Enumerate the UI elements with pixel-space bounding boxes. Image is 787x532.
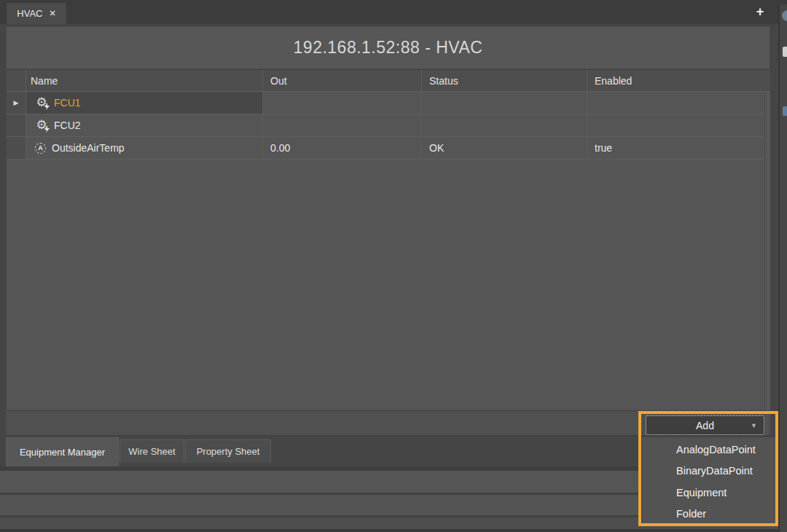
tab-hvac-label: HVAC [17, 8, 42, 19]
cell-status[interactable]: OK [422, 137, 587, 159]
cell-name[interactable]: A OutsideAirTemp [26, 137, 263, 159]
cell-enabled[interactable] [587, 114, 770, 136]
lightning-bolt-icon [44, 125, 50, 133]
view-tab-bar: Equipment Manager Wire Sheet Property Sh… [0, 436, 634, 466]
view-title-panel: 192.168.1.52:88 - HVAC [6, 26, 770, 69]
menu-item-folder[interactable]: Folder [642, 504, 775, 524]
column-header-status[interactable]: Status [422, 70, 587, 91]
table-header-row: Name Out Status Enabled [7, 70, 770, 92]
table-row-outsideairtemp[interactable]: A OutsideAirTemp 0.00 OK true [7, 137, 770, 160]
lightning-bolt-icon [44, 103, 50, 110]
cell-out[interactable] [263, 114, 422, 136]
app-window: HVAC ✕ + 192.168.1.52:88 - HVAC Name Out… [0, 0, 787, 532]
new-tab-button[interactable]: + [752, 4, 768, 20]
cell-enabled[interactable]: true [587, 137, 770, 159]
table-row-fcu1[interactable]: ▶ ⚙ FCU1 [7, 92, 770, 114]
right-panel-sliver [778, 4, 787, 532]
analog-point-icon: A [35, 143, 46, 154]
tab-hvac[interactable]: HVAC ✕ [6, 2, 67, 24]
add-button-label: Add [696, 420, 714, 431]
row-selector-cell[interactable] [7, 137, 26, 159]
close-icon[interactable]: ✕ [49, 9, 55, 18]
footer-strip-divider [767, 412, 777, 435]
clipped-icon [783, 47, 787, 57]
page-title: 192.168.1.52:88 - HVAC [294, 38, 483, 58]
cell-status[interactable] [422, 92, 587, 114]
clipped-icon [782, 10, 787, 21]
table-vertical-scrollbar[interactable] [764, 92, 770, 410]
cell-out[interactable] [263, 92, 422, 114]
column-header-enabled[interactable]: Enabled [587, 70, 770, 91]
row-selector-cell[interactable] [7, 114, 26, 136]
equipment-table: Name Out Status Enabled ▶ ⚙ FCU1 [6, 70, 770, 410]
window-bottom-edge [0, 529, 787, 532]
add-dropdown-menu: AnalogDataPoint BinaryDataPoint Equipmen… [641, 437, 775, 526]
cell-name[interactable]: ⚙ FCU2 [26, 114, 263, 136]
cell-enabled[interactable] [587, 92, 770, 114]
add-button[interactable]: Add ▼ [646, 415, 764, 435]
plus-icon: + [756, 4, 764, 20]
cell-name-text: FCU1 [54, 97, 81, 109]
document-tab-bar: HVAC ✕ + [0, 0, 787, 24]
cell-out[interactable]: 0.00 [263, 137, 422, 159]
menu-item-equipment[interactable]: Equipment [642, 482, 775, 503]
menu-item-analogdatapoint[interactable]: AnalogDataPoint [642, 439, 775, 460]
analog-letter: A [38, 144, 43, 152]
column-header-name[interactable]: Name [26, 70, 263, 91]
cell-status[interactable] [422, 114, 587, 136]
cell-name-text: OutsideAirTemp [52, 142, 125, 154]
equipment-gear-icon: ⚙ [35, 96, 48, 109]
clipped-icon [783, 106, 787, 116]
chevron-down-icon: ▼ [751, 422, 757, 429]
tab-property-sheet[interactable]: Property Sheet [185, 439, 271, 463]
cell-name[interactable]: ⚙ FCU1 [26, 92, 263, 114]
row-selector-cell[interactable]: ▶ [7, 92, 26, 114]
menu-item-binarydatapoint[interactable]: BinaryDataPoint [642, 461, 775, 481]
cell-name-text: FCU2 [54, 120, 81, 131]
tab-wire-sheet[interactable]: Wire Sheet [120, 439, 184, 463]
table-row-fcu2[interactable]: ⚙ FCU2 [7, 114, 770, 137]
equipment-gear-icon: ⚙ [35, 119, 48, 132]
row-indicator-icon: ▶ [14, 99, 19, 106]
tab-equipment-manager[interactable]: Equipment Manager [6, 437, 119, 466]
column-header-out[interactable]: Out [263, 70, 422, 91]
header-row-selector [7, 70, 26, 91]
